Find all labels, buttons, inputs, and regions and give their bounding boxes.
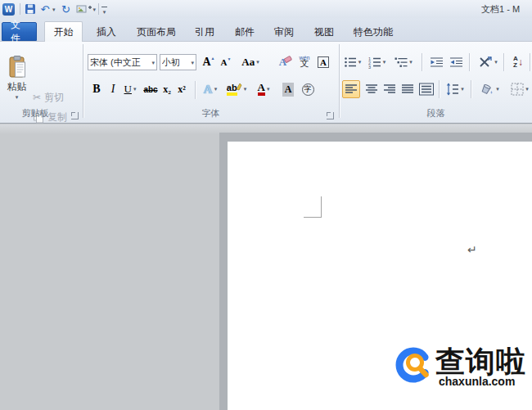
borders-button[interactable]: ▾ — [507, 80, 532, 98]
superscript-glyph: x² — [178, 83, 186, 96]
distribute-button[interactable] — [417, 80, 435, 98]
shading-arrow-icon: ▾ — [496, 86, 499, 92]
tab-page-layout[interactable]: 页面布局 — [128, 22, 184, 42]
shrink-font-glyph: A — [221, 57, 228, 67]
qat-separator — [98, 3, 99, 15]
paste-dropdown-arrow-icon[interactable]: ▾ — [16, 94, 19, 100]
ribbon-tab-row: 文件 开始 插入 页面布局 引用 邮件 审阅 视图 特色功能 — [0, 18, 532, 42]
numbering-icon: 123 — [368, 56, 381, 69]
shading-bucket-icon — [480, 83, 494, 96]
sort-button[interactable]: A Z ↓ — [507, 53, 529, 71]
word-logo-icon[interactable]: W — [2, 3, 15, 16]
undo-dropdown-arrow-icon[interactable]: ▾ — [52, 7, 56, 12]
underline-button[interactable]: U ▾ — [119, 81, 141, 97]
strikethrough-button[interactable]: abc — [141, 81, 160, 97]
numbering-button[interactable]: 123 ▾ — [366, 53, 388, 71]
margin-corner-mark — [304, 217, 322, 218]
tab-view[interactable]: 视图 — [306, 22, 342, 42]
borders-icon — [511, 83, 524, 96]
small-separator — [195, 81, 196, 99]
character-shading-button[interactable]: A — [280, 81, 296, 97]
font-color-button[interactable]: A ▾ — [252, 81, 275, 97]
paste-button[interactable]: 粘贴 ▾ — [3, 47, 30, 109]
tab-review[interactable]: 审阅 — [266, 22, 302, 42]
character-border-glyph: A — [318, 56, 329, 68]
bullets-arrow-icon: ▾ — [358, 59, 362, 65]
align-left-icon — [345, 83, 358, 96]
grow-font-button[interactable]: A ▲ — [201, 54, 217, 70]
multilevel-list-icon — [394, 56, 408, 69]
group-clipboard: 粘贴 ▾ ✂ 剪切 复制 — [0, 42, 83, 123]
bold-glyph: B — [92, 83, 100, 96]
text-effects-glyph: A — [204, 83, 213, 97]
save-button[interactable] — [23, 2, 38, 16]
grow-font-glyph: A — [202, 56, 210, 69]
multilevel-list-button[interactable]: ▾ — [391, 53, 416, 71]
group-paragraph: ▾ 123 ▾ ▾ — [340, 42, 532, 123]
shading-button[interactable]: ▾ — [477, 80, 502, 98]
increase-indent-button[interactable] — [448, 53, 464, 71]
font-color-arrow-icon: ▾ — [267, 86, 270, 92]
tab-file[interactable]: 文件 — [2, 22, 37, 41]
font-name-combo[interactable]: 宋体 (中文正 ▾ — [88, 54, 157, 70]
eraser-icon — [284, 56, 292, 64]
text-highlight-button[interactable]: ab ▾ — [224, 81, 249, 97]
small-separator — [471, 80, 471, 98]
shrink-font-button[interactable]: A ▼ — [218, 54, 234, 70]
group-label-font: 字体 — [83, 107, 338, 119]
character-shading-glyph: A — [282, 83, 295, 97]
font-size-value: 小初 — [162, 56, 190, 69]
decrease-indent-button[interactable] — [428, 53, 444, 71]
italic-button[interactable]: I — [105, 81, 121, 97]
customize-qat-button[interactable]: ▾ — [101, 4, 107, 15]
enclose-characters-button[interactable]: 字 — [300, 81, 316, 97]
margin-corner-mark — [321, 196, 322, 218]
undo-button[interactable]: ↶ — [38, 2, 52, 16]
character-border-button[interactable]: A — [315, 54, 331, 70]
phonetic-guide-button[interactable]: wén 文 — [296, 52, 313, 69]
tab-mailings[interactable]: 邮件 — [227, 22, 263, 42]
clipboard-dialog-launcher[interactable] — [71, 112, 79, 119]
watermark-logo: 查询啦 chaxunla.com — [394, 345, 532, 394]
svg-text:3: 3 — [368, 65, 371, 70]
change-case-glyph: Aa — [241, 56, 255, 69]
bold-button[interactable]: B — [88, 81, 105, 97]
bullets-icon — [344, 56, 357, 69]
underline-arrow-icon: ▾ — [133, 86, 137, 92]
clear-formatting-button[interactable]: A — [276, 54, 295, 70]
text-effects-arrow-icon: ▾ — [214, 86, 218, 92]
tab-home[interactable]: 开始 — [44, 21, 83, 42]
paste-icon — [7, 56, 27, 79]
numbering-arrow-icon: ▾ — [383, 59, 386, 65]
align-center-button[interactable] — [363, 80, 380, 98]
font-size-combo[interactable]: 小初 ▾ — [160, 54, 196, 70]
line-spacing-button[interactable]: ▾ — [444, 80, 467, 98]
font-dialog-launcher[interactable] — [327, 112, 334, 119]
tab-insert[interactable]: 插入 — [88, 22, 124, 42]
align-right-icon — [383, 83, 396, 96]
document-area[interactable]: ↵ 查询啦 chaxunla.com — [0, 124, 532, 410]
screenshot-button[interactable] — [75, 2, 93, 16]
cut-button[interactable]: ✂ 剪切 — [33, 89, 64, 106]
tab-references[interactable]: 引用 — [187, 22, 223, 42]
tab-special-features[interactable]: 特色功能 — [345, 22, 401, 42]
superscript-button[interactable]: x² — [174, 81, 189, 97]
text-effects-button[interactable]: A ▾ — [200, 81, 221, 97]
align-right-button[interactable] — [381, 80, 398, 98]
customize-qat-bar — [101, 7, 107, 7]
chaxunla-logo-icon — [394, 345, 434, 385]
subscript-button[interactable]: x₂ — [160, 81, 174, 97]
justify-button[interactable] — [399, 80, 416, 98]
group-label-clipboard: 剪贴板 — [0, 107, 70, 119]
bullets-button[interactable]: ▾ — [342, 53, 363, 71]
align-left-button[interactable] — [342, 80, 360, 98]
underline-glyph: U — [124, 83, 132, 96]
change-case-button[interactable]: Aa ▾ — [239, 54, 262, 70]
paragraph-mark: ↵ — [467, 243, 477, 256]
increase-indent-icon — [449, 56, 463, 69]
small-separator — [439, 80, 440, 98]
grow-caret-icon: ▲ — [211, 56, 215, 61]
asian-layout-button[interactable]: ▾ — [475, 53, 501, 71]
screenshot-dropdown-arrow-icon[interactable]: ▾ — [93, 7, 97, 12]
redo-button[interactable]: ↻ — [59, 2, 74, 16]
